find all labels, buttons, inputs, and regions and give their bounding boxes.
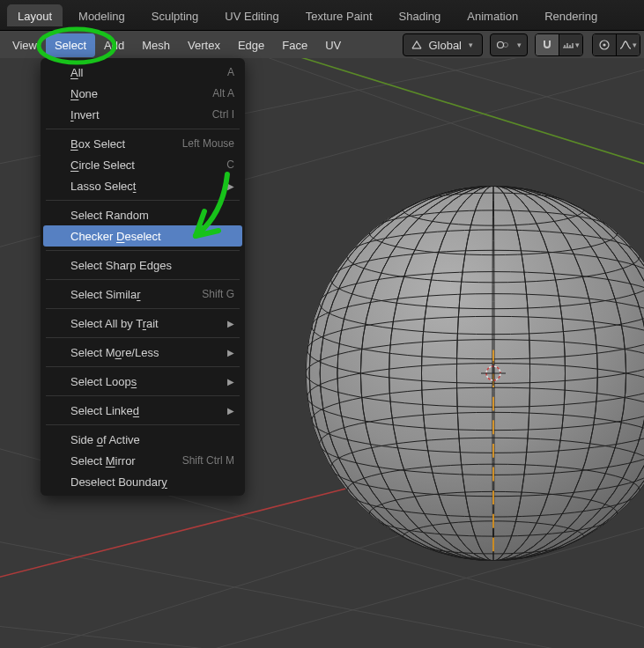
workspace-tab-modeling[interactable]: Modeling [68, 4, 136, 26]
snap-toggle-button[interactable] [536, 34, 559, 55]
snap-element-dropdown[interactable]: ▾ [559, 34, 582, 55]
svg-line-7 [352, 58, 644, 137]
magnet-icon [541, 39, 553, 51]
workspace-tab-sculpting[interactable]: Sculpting [141, 4, 209, 26]
menu-item-circle-select[interactable]: Circle SelectC [41, 154, 245, 175]
workspace-tab-texture-paint[interactable]: Texture Paint [295, 4, 383, 26]
submenu-arrow-icon: ▶ [227, 406, 234, 416]
menu-item-label: Select Sharp Edges [70, 259, 172, 272]
select-menu-panel: AllANoneAlt AInvertCtrl IBox SelectLeft … [41, 58, 245, 496]
menu-item-label: None [70, 87, 98, 100]
header-menu-uv[interactable]: UV [316, 33, 350, 57]
menu-item-shortcut: C [226, 158, 234, 171]
menu-separator [46, 250, 240, 251]
header-menu-view[interactable]: View [4, 33, 46, 57]
header-menu-vertex[interactable]: Vertex [179, 33, 229, 57]
menu-item-label: Box Select [70, 137, 125, 151]
menu-item-shortcut: Left Mouse [182, 137, 234, 150]
menu-item-label: Checker Deselect [70, 230, 161, 243]
chevron-down-icon: ▾ [469, 40, 473, 49]
menu-item-label: Select Loops [70, 375, 137, 388]
orientation-icon [411, 39, 423, 51]
menu-item-label: Side of Active [70, 433, 140, 446]
submenu-arrow-icon: ▶ [227, 377, 234, 387]
menu-separator [46, 337, 240, 338]
svg-line-8 [220, 58, 644, 208]
chevron-down-icon: ▾ [633, 40, 637, 49]
menu-item-none[interactable]: NoneAlt A [41, 83, 245, 104]
menu-item-label: Select Similar [70, 288, 140, 301]
submenu-arrow-icon: ▶ [227, 348, 234, 357]
menu-item-invert[interactable]: InvertCtrl I [41, 104, 245, 125]
menu-item-select-loops[interactable]: Select Loops▶ [41, 371, 245, 392]
menu-item-select-all-by-trait[interactable]: Select All by Trait▶ [41, 313, 245, 334]
workspace-tab-uv-editing[interactable]: UV Editing [214, 4, 289, 26]
menu-item-select-linked[interactable]: Select Linked▶ [41, 400, 245, 421]
menu-item-select-sharp-edges[interactable]: Select Sharp Edges [41, 254, 245, 276]
uv-sphere [306, 186, 644, 561]
menu-item-lasso-select[interactable]: Lasso Select▶ [41, 175, 245, 196]
pivot-icon [496, 39, 510, 51]
svg-point-0 [498, 42, 504, 48]
falloff-smooth-icon [619, 39, 632, 51]
svg-point-1 [504, 43, 508, 48]
header-menu-add[interactable]: Add [95, 33, 133, 57]
menu-separator [46, 308, 240, 309]
workspace-tab-shading[interactable]: Shading [389, 4, 452, 26]
menu-item-label: Select More/Less [70, 346, 159, 359]
svg-line-11 [0, 622, 440, 648]
menu-item-label: All [70, 66, 83, 79]
chevron-down-icon: ▾ [575, 40, 580, 49]
menu-item-box-select[interactable]: Box SelectLeft Mouse [41, 133, 245, 154]
svg-point-3 [603, 43, 605, 46]
menu-separator [46, 279, 240, 280]
transform-orientation-dropdown[interactable]: Global ▾ [403, 33, 483, 56]
menu-item-label: Circle Select [70, 158, 135, 172]
chevron-down-icon: ▾ [517, 40, 522, 49]
menu-item-shortcut: Ctrl I [212, 108, 234, 121]
increment-icon [562, 39, 574, 51]
workspace-tab-layout[interactable]: Layout [7, 4, 63, 26]
menu-item-shortcut: Shift G [202, 288, 234, 300]
workspace-tab-animation[interactable]: Animation [456, 4, 529, 26]
menu-item-label: Select Linked [70, 404, 139, 417]
proportional-icon [598, 39, 611, 51]
submenu-arrow-icon: ▶ [227, 181, 234, 191]
menu-item-shortcut: Shift Ctrl M [182, 454, 234, 467]
menu-item-select-more-less[interactable]: Select More/Less▶ [41, 342, 245, 363]
header-menu-mesh[interactable]: Mesh [133, 33, 179, 57]
menu-item-label: Select Random [70, 209, 149, 222]
workspace-tab-rendering[interactable]: Rendering [534, 4, 608, 26]
menu-item-all[interactable]: AllA [41, 62, 245, 83]
y-axis-line [247, 58, 644, 177]
menu-separator [46, 366, 240, 367]
menu-item-shortcut: A [227, 66, 234, 78]
menu-separator [46, 200, 240, 201]
menu-separator [46, 129, 240, 129]
menu-separator [46, 424, 240, 425]
menu-item-select-mirror[interactable]: Select MirrorShift Ctrl M [41, 450, 245, 471]
pivot-point-dropdown[interactable]: ▾ [490, 33, 528, 56]
proportional-editing-toggle[interactable] [593, 34, 616, 55]
menu-separator [46, 395, 240, 396]
menu-item-label: Select All by Trait [70, 317, 159, 330]
header-menu-edge[interactable]: Edge [229, 33, 273, 57]
submenu-arrow-icon: ▶ [227, 319, 234, 328]
menu-item-label: Invert [70, 108, 100, 122]
menu-item-label: Select Mirror [70, 454, 136, 468]
menu-item-checker-deselect[interactable]: Checker Deselect [43, 225, 242, 247]
menu-item-side-of-active[interactable]: Side of Active [41, 429, 245, 450]
header-menu-face[interactable]: Face [273, 33, 316, 57]
menu-item-label: Lasso Select [70, 180, 136, 193]
proportional-falloff-dropdown[interactable]: ▾ [616, 34, 640, 55]
header-menu-select[interactable]: Select [46, 33, 95, 57]
menu-item-deselect-boundary[interactable]: Deselect Boundary [41, 471, 245, 492]
menu-item-shortcut: Alt A [212, 87, 234, 99]
menu-item-select-similar[interactable]: Select SimilarShift G [41, 284, 245, 305]
transform-orientation-label: Global [428, 39, 462, 52]
menu-item-label: Deselect Boundary [70, 475, 167, 489]
editor-header: ViewSelectAddMeshVertexEdgeFaceUV Global… [0, 31, 644, 60]
menu-item-select-random[interactable]: Select Random [41, 204, 245, 225]
workspace-tab-bar: LayoutModelingSculptingUV EditingTexture… [0, 0, 644, 31]
